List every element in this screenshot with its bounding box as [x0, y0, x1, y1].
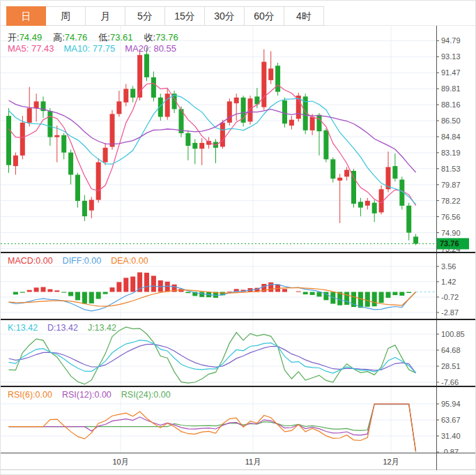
svg-text:11月: 11月 — [245, 458, 261, 466]
svg-text:76.56: 76.56 — [441, 213, 461, 221]
tab-4hour[interactable]: 4时 — [284, 6, 324, 26]
svg-text:88.16: 88.16 — [441, 100, 461, 109]
tab-month[interactable]: 月 — [86, 6, 125, 26]
tab-week[interactable]: 周 — [46, 6, 86, 26]
kdj-panel: 100.8564.6828.51-7.66 K:13.42 D:13.42 J:… — [1, 320, 475, 386]
svg-text:79.87: 79.87 — [441, 181, 461, 189]
svg-text:100.85: 100.85 — [441, 330, 465, 338]
svg-text:74.90: 74.90 — [441, 229, 461, 237]
svg-text:-7.66: -7.66 — [441, 378, 459, 386]
svg-text:95.94: 95.94 — [441, 400, 461, 408]
svg-text:83.19: 83.19 — [441, 149, 461, 157]
svg-text:10月: 10月 — [112, 458, 128, 466]
tab-5min[interactable]: 5分 — [125, 6, 165, 26]
svg-text:64.68: 64.68 — [441, 346, 461, 354]
macd-chart[interactable]: 3.561.42-0.72-2.87 — [1, 253, 476, 319]
svg-text:31.40: 31.40 — [441, 432, 461, 440]
time-axis: 10月11月12月 — [1, 453, 475, 470]
svg-text:28.51: 28.51 — [441, 362, 461, 370]
svg-text:91.47: 91.47 — [441, 68, 461, 77]
svg-text:3.56: 3.56 — [441, 262, 456, 271]
svg-text:81.53: 81.53 — [441, 165, 461, 173]
svg-text:89.81: 89.81 — [441, 84, 461, 93]
tab-30min[interactable]: 30分 — [205, 6, 245, 26]
svg-text:84.84: 84.84 — [441, 133, 461, 141]
svg-text:12月: 12月 — [383, 458, 399, 466]
main-chart-panel: 94.7993.1391.4789.8188.1686.5084.8483.19… — [1, 26, 475, 252]
rsi-panel: 95.9463.6731.40-0.87 RSI(6):0.00 RSI(12)… — [1, 387, 475, 453]
period-tabbar: 日 周 月 5分 15分 30分 60分 4时 — [1, 1, 475, 26]
tab-15min[interactable]: 15分 — [165, 6, 205, 26]
svg-text:-2.87: -2.87 — [441, 308, 459, 317]
svg-text:94.79: 94.79 — [441, 36, 461, 45]
tab-day[interactable]: 日 — [6, 6, 46, 26]
time-axis-labels: 10月11月12月 — [1, 453, 476, 470]
svg-text:93.13: 93.13 — [441, 52, 461, 61]
svg-text:-0.72: -0.72 — [441, 293, 459, 301]
macd-panel: 3.561.42-0.72-2.87 MACD:0.00 DIFF:0.00 D… — [1, 253, 475, 319]
kline-widget: 日 周 月 5分 15分 30分 60分 4时 94.7993.1391.478… — [0, 0, 476, 475]
svg-text:-0.87: -0.87 — [441, 448, 459, 453]
svg-text:86.50: 86.50 — [441, 116, 461, 125]
kdj-chart[interactable]: 100.8564.6828.51-7.66 — [1, 320, 476, 386]
svg-text:63.67: 63.67 — [441, 416, 461, 424]
svg-text:78.22: 78.22 — [441, 197, 461, 205]
svg-text:73.76: 73.76 — [440, 239, 459, 248]
rsi-chart[interactable]: 95.9463.6731.40-0.87 — [1, 387, 476, 453]
tab-60min[interactable]: 60分 — [245, 6, 284, 26]
svg-text:1.42: 1.42 — [441, 278, 456, 286]
candlestick-chart[interactable]: 94.7993.1391.4789.8188.1686.5084.8483.19… — [1, 26, 476, 252]
